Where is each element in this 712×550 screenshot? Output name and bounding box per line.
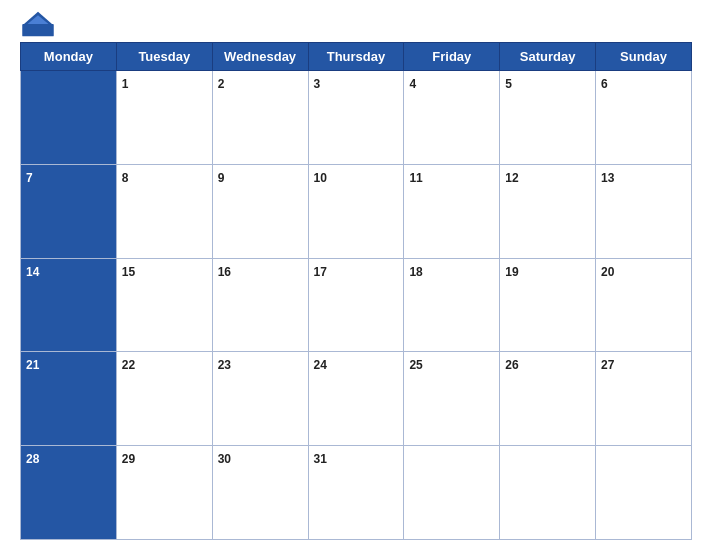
weekday-header-row: MondayTuesdayWednesdayThursdayFridaySatu… (21, 43, 692, 71)
calendar-cell: 21 (21, 352, 117, 446)
calendar-cell: 25 (404, 352, 500, 446)
day-number: 1 (122, 77, 129, 91)
day-number: 2 (218, 77, 225, 91)
calendar-cell: 10 (308, 164, 404, 258)
calendar-cell: 17 (308, 258, 404, 352)
day-number: 26 (505, 358, 518, 372)
calendar-cell: 13 (596, 164, 692, 258)
weekday-tuesday: Tuesday (116, 43, 212, 71)
day-number: 15 (122, 265, 135, 279)
calendar-week-3: 14151617181920 (21, 258, 692, 352)
day-number: 30 (218, 452, 231, 466)
weekday-saturday: Saturday (500, 43, 596, 71)
calendar-cell (404, 446, 500, 540)
weekday-friday: Friday (404, 43, 500, 71)
day-number: 12 (505, 171, 518, 185)
weekday-wednesday: Wednesday (212, 43, 308, 71)
calendar-cell (500, 446, 596, 540)
calendar-cell: 20 (596, 258, 692, 352)
svg-rect-0 (22, 24, 54, 36)
calendar-week-1: 123456 (21, 71, 692, 165)
day-number: 7 (26, 171, 33, 185)
calendar-cell: 8 (116, 164, 212, 258)
calendar-cell: 5 (500, 71, 596, 165)
calendar-cell (596, 446, 692, 540)
day-number: 17 (314, 265, 327, 279)
day-number: 23 (218, 358, 231, 372)
calendar-cell: 24 (308, 352, 404, 446)
calendar-cell: 6 (596, 71, 692, 165)
day-number: 9 (218, 171, 225, 185)
day-number: 4 (409, 77, 416, 91)
day-number: 20 (601, 265, 614, 279)
calendar-cell: 16 (212, 258, 308, 352)
calendar-cell: 28 (21, 446, 117, 540)
calendar-cell: 27 (596, 352, 692, 446)
weekday-monday: Monday (21, 43, 117, 71)
calendar-cell: 1 (116, 71, 212, 165)
day-number: 27 (601, 358, 614, 372)
calendar-cell (21, 71, 117, 165)
calendar-cell: 7 (21, 164, 117, 258)
day-number: 8 (122, 171, 129, 185)
weekday-sunday: Sunday (596, 43, 692, 71)
logo (20, 10, 60, 38)
day-number: 5 (505, 77, 512, 91)
calendar-cell: 12 (500, 164, 596, 258)
generalblue-icon (20, 10, 56, 38)
calendar-cell: 22 (116, 352, 212, 446)
day-number: 6 (601, 77, 608, 91)
calendar-week-5: 28293031 (21, 446, 692, 540)
calendar-cell: 30 (212, 446, 308, 540)
day-number: 25 (409, 358, 422, 372)
day-number: 28 (26, 452, 39, 466)
calendar-cell: 29 (116, 446, 212, 540)
calendar-cell: 18 (404, 258, 500, 352)
calendar: MondayTuesdayWednesdayThursdayFridaySatu… (20, 42, 692, 540)
day-number: 31 (314, 452, 327, 466)
day-number: 19 (505, 265, 518, 279)
header (20, 10, 692, 38)
day-number: 13 (601, 171, 614, 185)
calendar-cell: 19 (500, 258, 596, 352)
calendar-cell: 3 (308, 71, 404, 165)
day-number: 10 (314, 171, 327, 185)
day-number: 11 (409, 171, 422, 185)
day-number: 18 (409, 265, 422, 279)
calendar-cell: 9 (212, 164, 308, 258)
day-number: 24 (314, 358, 327, 372)
calendar-cell: 2 (212, 71, 308, 165)
calendar-cell: 31 (308, 446, 404, 540)
calendar-cell: 15 (116, 258, 212, 352)
calendar-cell: 4 (404, 71, 500, 165)
calendar-cell: 11 (404, 164, 500, 258)
day-number: 29 (122, 452, 135, 466)
day-number: 22 (122, 358, 135, 372)
day-number: 3 (314, 77, 321, 91)
calendar-cell: 26 (500, 352, 596, 446)
day-number: 16 (218, 265, 231, 279)
calendar-cell: 14 (21, 258, 117, 352)
calendar-week-2: 78910111213 (21, 164, 692, 258)
day-number: 21 (26, 358, 39, 372)
weekday-thursday: Thursday (308, 43, 404, 71)
calendar-body: 1234567891011121314151617181920212223242… (21, 71, 692, 540)
calendar-week-4: 21222324252627 (21, 352, 692, 446)
calendar-cell: 23 (212, 352, 308, 446)
day-number: 14 (26, 265, 39, 279)
